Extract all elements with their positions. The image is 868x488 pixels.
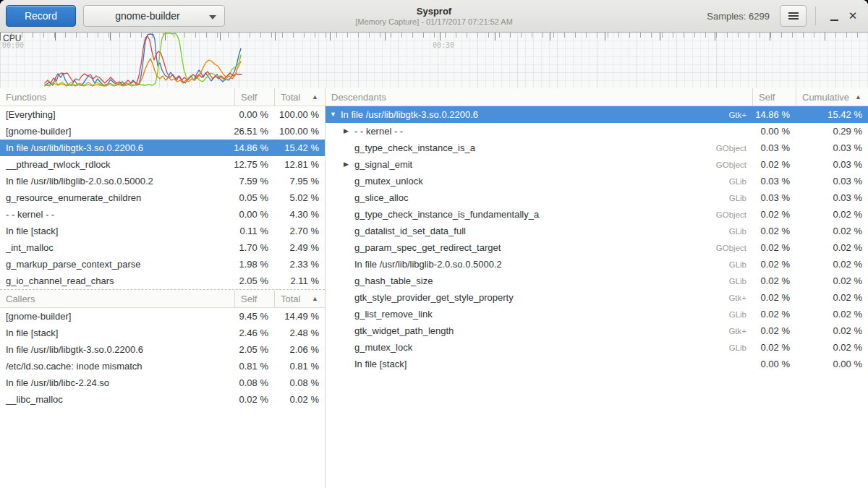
callers-table-row[interactable]: __libc_malloc0.02 %0.02 % [0, 391, 325, 408]
descendants-table-row[interactable]: gtk_style_provider_get_style_propertyGtk… [326, 289, 868, 306]
total-percent: 0.81 % [274, 358, 325, 374]
library-badge: GLib [720, 227, 752, 236]
expander-closed-icon[interactable]: ▶ [344, 156, 354, 173]
sysprof-window: Record gnome-builder Sysprof [Memory Cap… [0, 0, 868, 488]
function-name: In file /usr/lib/libc-2.24.so [0, 374, 234, 391]
process-selector-value: gnome-builder [115, 10, 180, 22]
total-percent: 2.33 % [274, 256, 325, 273]
descendants-cumulative-label: Cumulative [802, 92, 849, 103]
chevron-down-icon [209, 15, 216, 20]
functions-self-column-header[interactable]: Self [234, 88, 274, 106]
functions-table-row[interactable]: [gnome-builder]26.51 %100.00 % [0, 123, 325, 140]
function-name: g_markup_parse_context_parse [0, 256, 234, 273]
descendant-name: g_list_remove_link [354, 309, 433, 320]
self-percent: 0.02 % [752, 273, 796, 289]
hamburger-icon [788, 12, 799, 20]
functions-column-header[interactable]: Functions [0, 88, 234, 106]
descendants-table-row[interactable]: ▶- - kernel - -0.00 %0.29 % [326, 123, 868, 140]
self-percent: 0.05 % [234, 189, 274, 206]
process-selector-dropdown[interactable]: gnome-builder [83, 5, 225, 27]
functions-table-row[interactable]: __pthread_rwlock_rdlock12.75 %12.81 % [0, 156, 325, 173]
descendants-table-row[interactable]: In file /usr/lib/libglib-2.0.so.0.5000.2… [326, 256, 868, 273]
function-name: __pthread_rwlock_rdlock [0, 156, 234, 173]
descendants-table-row[interactable]: g_mutex_lockGLib0.02 %0.02 % [326, 339, 868, 356]
header-bar-right: Samples: 6299 ✕ [707, 5, 862, 27]
self-percent: 0.02 % [752, 239, 796, 256]
descendants-table-row[interactable]: g_hash_table_sizeGLib0.02 %0.02 % [326, 273, 868, 289]
total-percent: 2.11 % [274, 273, 325, 289]
descendant-name-cell: g_param_spec_get_redirect_targetGObject [326, 239, 752, 256]
descendants-table-body: ▼In file /usr/lib/libgtk-3.so.0.2200.6Gt… [326, 106, 868, 372]
callers-table-row[interactable]: [gnome-builder]9.45 %14.49 % [0, 308, 325, 325]
descendants-cumulative-column-header[interactable]: Cumulative ▲ [796, 88, 868, 106]
cumulative-percent: 0.03 % [796, 140, 868, 156]
self-percent: 0.02 % [752, 289, 796, 306]
close-button[interactable]: ✕ [843, 7, 862, 25]
descendants-table-row[interactable]: g_type_check_instance_is_aGObject0.03 %0… [326, 140, 868, 156]
time-label-mid: 00:30 [433, 41, 454, 49]
total-percent: 2.49 % [274, 239, 325, 256]
descendants-table-row[interactable]: g_slice_allocGLib0.03 %0.03 % [326, 189, 868, 206]
descendants-table-row[interactable]: g_list_remove_linkGLib0.02 %0.02 % [326, 306, 868, 322]
functions-total-label: Total [281, 92, 300, 103]
cumulative-percent: 0.02 % [796, 306, 868, 322]
descendant-name: In file [stack] [354, 359, 407, 369]
total-percent: 12.81 % [274, 156, 325, 173]
functions-total-column-header[interactable]: Total ▲ [274, 88, 325, 106]
functions-table-row[interactable]: g_markup_parse_context_parse1.98 %2.33 % [0, 256, 325, 273]
functions-table-row[interactable]: In file /usr/lib/libglib-2.0.so.0.5000.2… [0, 173, 325, 189]
callers-table-header: Callers Self Total ▲ [0, 290, 325, 308]
minimize-button[interactable] [825, 7, 843, 25]
descendants-table-row[interactable]: g_type_check_instance_is_fundamentally_a… [326, 206, 868, 223]
callers-self-column-header[interactable]: Self [234, 290, 274, 307]
descendant-name: g_mutex_unlock [354, 176, 423, 187]
descendants-table-row[interactable]: g_param_spec_get_redirect_targetGObject0… [326, 239, 868, 256]
record-button[interactable]: Record [6, 5, 76, 27]
function-name: In file /usr/lib/libglib-2.0.so.0.5000.2 [0, 173, 234, 189]
cumulative-percent: 0.02 % [796, 322, 868, 339]
cumulative-percent: 15.42 % [796, 106, 868, 123]
descendants-table-row[interactable]: g_datalist_id_set_data_fullGLib0.02 %0.0… [326, 223, 868, 239]
cumulative-percent: 0.02 % [796, 206, 868, 223]
library-badge: GLib [720, 194, 752, 202]
descendant-name: gtk_widget_path_length [354, 325, 454, 336]
functions-table-row[interactable]: - - kernel - -0.00 %4.30 % [0, 206, 325, 223]
descendant-name-cell: In file [stack] [326, 356, 752, 372]
callers-table-row[interactable]: In file [stack]2.46 %2.48 % [0, 325, 325, 341]
descendants-table-row[interactable]: g_mutex_unlockGLib0.03 %0.03 % [326, 173, 868, 189]
functions-table-row[interactable]: g_io_channel_read_chars2.05 %2.11 % [0, 273, 325, 289]
descendant-name: g_param_spec_get_redirect_target [354, 242, 501, 253]
callers-total-column-header[interactable]: Total ▲ [274, 290, 325, 307]
menu-button[interactable] [780, 5, 807, 27]
descendant-name: g_type_check_instance_is_fundamentally_a [354, 209, 539, 220]
descendants-self-column-header[interactable]: Self [752, 88, 796, 106]
function-name: In file [stack] [0, 325, 234, 341]
sort-ascending-icon: ▲ [855, 93, 868, 100]
cpu-graph[interactable]: CPU 00:00 00:30 [0, 33, 868, 88]
self-percent: 14.86 % [752, 106, 796, 123]
callers-table-row[interactable]: In file /usr/lib/libc-2.24.so0.08 %0.08 … [0, 374, 325, 391]
descendants-table-row[interactable]: gtk_widget_path_lengthGtk+0.02 %0.02 % [326, 322, 868, 339]
expander-closed-icon[interactable]: ▶ [344, 123, 354, 140]
total-percent: 5.02 % [274, 189, 325, 206]
descendants-table-row[interactable]: ▼In file /usr/lib/libgtk-3.so.0.2200.6Gt… [326, 106, 868, 123]
callers-column-header[interactable]: Callers [0, 290, 234, 307]
cumulative-percent: 0.03 % [796, 189, 868, 206]
functions-table-row[interactable]: g_resource_enumerate_children0.05 %5.02 … [0, 189, 325, 206]
total-percent: 0.08 % [274, 374, 325, 391]
self-percent: 0.02 % [752, 156, 796, 173]
self-percent: 2.46 % [234, 325, 274, 341]
descendants-column-header[interactable]: Descendants [326, 88, 752, 106]
descendants-table-row[interactable]: In file [stack]0.00 %0.00 % [326, 356, 868, 372]
total-percent: 2.06 % [274, 341, 325, 358]
descendant-name-cell: g_mutex_lockGLib [326, 339, 752, 356]
functions-table-row[interactable]: _int_malloc1.70 %2.49 % [0, 239, 325, 256]
functions-table-row[interactable]: In file [stack]0.11 %2.70 % [0, 223, 325, 239]
descendants-table-row[interactable]: ▶g_signal_emitGObject0.02 %0.03 % [326, 156, 868, 173]
functions-table-row[interactable]: In file /usr/lib/libgtk-3.so.0.2200.614.… [0, 140, 325, 156]
expander-open-icon[interactable]: ▼ [330, 106, 341, 123]
functions-table-row[interactable]: [Everything]0.00 %100.00 % [0, 106, 325, 123]
callers-table-row[interactable]: /etc/ld.so.cache: inode mismatch0.81 %0.… [0, 358, 325, 374]
self-percent: 2.05 % [234, 273, 274, 289]
callers-table-row[interactable]: In file /usr/lib/libgtk-3.so.0.2200.62.0… [0, 341, 325, 358]
